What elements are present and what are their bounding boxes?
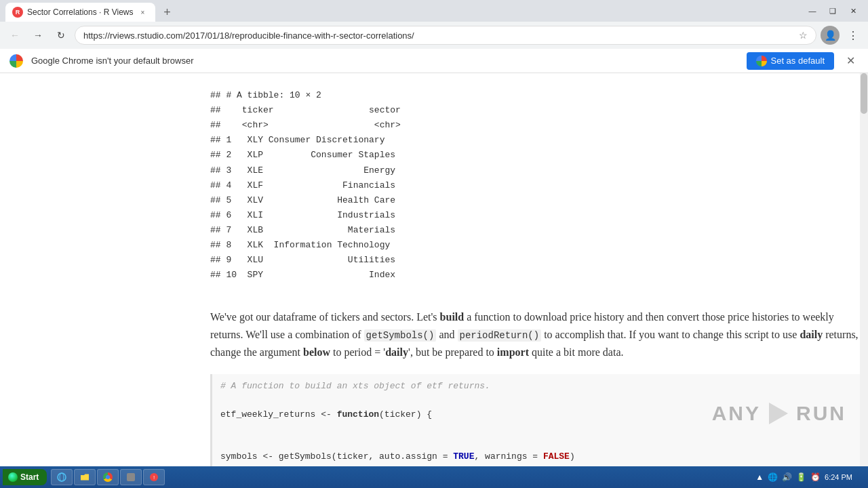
tray-arrow[interactable]: ▲ (755, 472, 764, 482)
chrome-small-icon (756, 56, 767, 66)
taskbar-item-ie[interactable] (51, 469, 73, 485)
address-bar[interactable]: https://rviews.rstudio.com/2017/01/18/re… (75, 26, 816, 45)
clock: 6:24 PM (825, 472, 852, 482)
folder-icon (80, 472, 90, 482)
tray-network[interactable]: 🌐 (768, 472, 778, 482)
code-comment-line: # A function to build an xts object of e… (220, 381, 490, 391)
right-scrollbar[interactable] (860, 73, 868, 466)
title-bar: R Sector Correlations · R Views × + — ❑ … (0, 0, 868, 22)
table-line-7: ## 4 XLF Financials (210, 180, 395, 190)
prose-paragraph: We've got our dataframe of tickers and s… (210, 308, 860, 361)
anyrun-text: ANY (712, 402, 761, 425)
svg-rect-3 (127, 473, 135, 481)
back-button[interactable]: ← (5, 26, 24, 45)
bold-daily: daily (800, 329, 823, 340)
window-controls: — ❑ ✕ (803, 4, 868, 18)
set-default-button[interactable]: Set as default (747, 52, 835, 70)
taskbar-item-explorer[interactable] (74, 469, 96, 485)
new-tab-button[interactable]: + (158, 3, 177, 22)
code-symbols-line: symbols <- getSymbols(ticker, auto.assig… (220, 451, 575, 462)
table-line-6: ## 3 XLE Energy (210, 165, 395, 176)
table-line-4: ## 1 XLY Consumer Discretionary (210, 135, 384, 145)
start-label: Start (20, 472, 39, 482)
clock-time: 6:24 PM (825, 472, 852, 482)
table-line-2: ## ticker sector (210, 105, 401, 115)
maximize-button[interactable]: ❑ (823, 4, 842, 18)
forward-button[interactable]: → (28, 26, 47, 45)
close-button[interactable]: ✕ (844, 4, 863, 18)
start-button[interactable]: Start (3, 469, 47, 485)
taskbar-item-app[interactable] (120, 469, 142, 485)
ie-icon (57, 472, 66, 482)
chrome-taskbar-icon (103, 472, 113, 482)
table-line-3: ## <chr> <chr> (210, 120, 401, 130)
minimize-button[interactable]: — (803, 4, 822, 18)
notification-close-button[interactable]: ✕ (842, 53, 859, 69)
table-line-8: ## 5 XLV Health Care (210, 195, 395, 205)
bold-below: below (303, 346, 330, 358)
table-line-12: ## 9 XLU Utilities (210, 255, 395, 265)
table-line-10: ## 7 XLB Materials (210, 225, 395, 235)
scrollbar-thumb[interactable] (861, 73, 867, 114)
table-line-5: ## 2 XLP Consumer Staples (210, 150, 395, 160)
address-bar-row: ← → ↻ https://rviews.rstudio.com/2017/01… (0, 22, 868, 49)
bold-import: import (497, 346, 529, 358)
svg-point-2 (60, 473, 64, 481)
profile-button[interactable]: 👤 (821, 26, 840, 45)
taskbar-item-security[interactable]: ! (143, 469, 165, 485)
content-area: ## # A tibble: 10 × 2 ## ticker sector #… (0, 73, 868, 466)
tray-time[interactable]: ⏰ (810, 472, 821, 482)
tab-area: R Sector Correlations · R Views × + (5, 0, 177, 22)
tab-close-button[interactable]: × (138, 7, 149, 18)
profile-icon: 👤 (825, 30, 836, 41)
address-text: https://rviews.rstudio.com/2017/01/18/re… (83, 30, 793, 41)
chrome-menu-button[interactable]: ⋮ (844, 26, 863, 45)
table-line-1: ## # A tibble: 10 × 2 (210, 90, 321, 100)
set-default-label: Set as default (771, 56, 825, 66)
data-table-output: ## # A tibble: 10 × 2 ## ticker sector #… (210, 73, 860, 298)
taskbar-items: ! (48, 469, 749, 485)
taskbar-item-chrome[interactable] (97, 469, 119, 485)
svg-text:!: ! (153, 474, 155, 481)
app-icon (126, 472, 136, 482)
active-tab[interactable]: R Sector Correlations · R Views × (5, 3, 155, 22)
tab-title: Sector Correlations · R Views (27, 7, 134, 17)
code-getsymbols: getSymbols() (364, 329, 437, 342)
bold-build: build (440, 311, 465, 323)
notification-bar: Google Chrome isn't your default browser… (0, 49, 868, 73)
chrome-logo-icon (9, 54, 23, 68)
tray-battery[interactable]: 🔋 (796, 472, 806, 482)
tray-volume[interactable]: 🔊 (782, 472, 792, 482)
code-function-def: etf_weekly_returns <- function(ticker) { (220, 409, 432, 420)
svg-marker-0 (769, 403, 788, 424)
start-orb-icon (8, 472, 18, 482)
system-tray: ▲ 🌐 🔊 🔋 ⏰ 6:24 PM (750, 472, 865, 482)
table-line-9: ## 6 XLI Industrials (210, 210, 395, 220)
browser-frame: R Sector Correlations · R Views × + — ❑ … (0, 0, 868, 488)
refresh-button[interactable]: ↻ (52, 26, 71, 45)
tab-favicon: R (12, 7, 23, 18)
svg-point-1 (58, 473, 66, 481)
anyrun-watermark: ANY RUN (712, 401, 846, 426)
code-periodreturn: periodReturn() (458, 329, 542, 342)
bold-daily2: daily (385, 346, 408, 358)
notification-text: Google Chrome isn't your default browser (31, 56, 738, 66)
chrome-inner-icon (106, 475, 110, 479)
table-line-13: ## 10 SPY Index (210, 270, 395, 280)
security-icon: ! (149, 472, 159, 482)
table-line-11: ## 8 XLK Information Technology (210, 240, 390, 250)
article-content: ## # A tibble: 10 × 2 ## ticker sector #… (210, 73, 860, 466)
taskbar: Start (0, 466, 868, 488)
anyrun-suffix: RUN (796, 402, 846, 425)
bookmark-button[interactable]: ☆ (799, 30, 808, 41)
menu-dots: ⋮ (848, 29, 859, 42)
anyrun-play-icon (766, 401, 791, 426)
left-margin (0, 73, 210, 466)
